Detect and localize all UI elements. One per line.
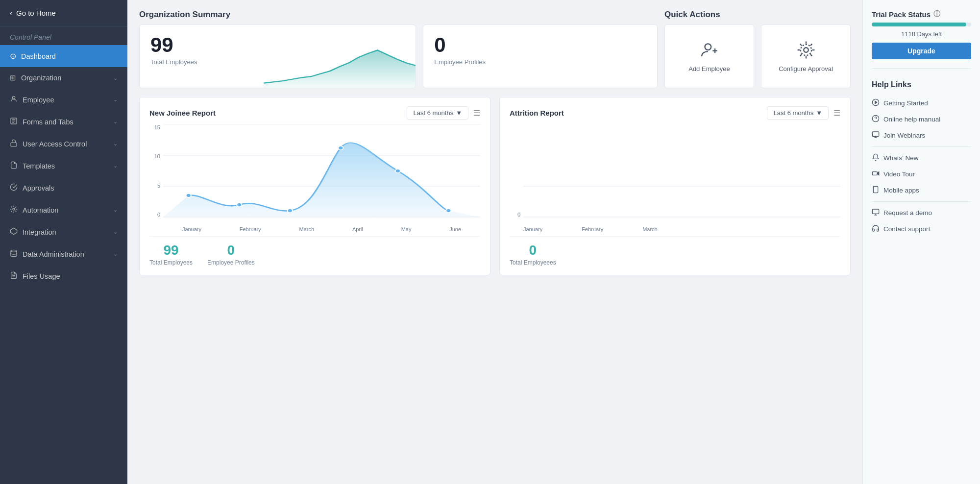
- contact-support-link[interactable]: Contact support: [872, 221, 971, 237]
- sidebar-item-forms-tabs[interactable]: Forms and Tabs ⌄: [0, 111, 127, 133]
- svg-rect-5: [11, 143, 17, 146]
- right-panel: Trial Pack Status ⓘ 1118 Days left Upgra…: [862, 0, 980, 484]
- upgrade-button[interactable]: Upgrade: [872, 43, 971, 59]
- sidebar-item-label: Organization: [21, 74, 61, 82]
- online-help-link[interactable]: Online help manual: [872, 111, 971, 127]
- svg-point-22: [288, 209, 293, 213]
- new-joinee-dropdown[interactable]: Last 6 months ▼: [407, 106, 468, 120]
- whats-new-label: Whats' New: [883, 154, 919, 162]
- trial-progress-bar-fill: [872, 23, 966, 26]
- chevron-down-icon: ⌄: [113, 251, 118, 257]
- trial-days-left: 1118 Days left: [872, 30, 971, 38]
- integration-icon: [10, 227, 18, 237]
- chevron-down-icon: ⌄: [113, 229, 118, 235]
- sidebar-item-label: Forms and Tabs: [23, 118, 74, 126]
- new-joinee-x-labels: JanuaryFebruaryMarchAprilMayJune: [163, 226, 480, 232]
- employee-profiles-card: 0 Employee Profiles: [423, 24, 658, 88]
- sidebar-item-label: Employee: [23, 96, 54, 104]
- sidebar-nav: ⊙ Dashboard ⊞ Organization ⌄ Employee ⌄: [0, 45, 127, 287]
- new-joinee-chart-area: 151050: [149, 124, 480, 232]
- sidebar-item-templates[interactable]: Templates ⌄: [0, 155, 127, 177]
- organization-icon: ⊞: [10, 73, 16, 82]
- main-content: Organization Summary 99 Total Employees: [127, 0, 862, 484]
- dropdown-label: Last 6 months: [413, 109, 453, 117]
- chevron-down-icon: ⌄: [113, 119, 118, 125]
- attrition-dropdown-label: Last 6 months: [773, 109, 813, 117]
- attrition-dropdown[interactable]: Last 6 months ▼: [767, 106, 829, 120]
- sidebar-item-user-access[interactable]: User Access Control ⌄: [0, 133, 127, 155]
- sidebar-item-integration[interactable]: Integration ⌄: [0, 221, 127, 243]
- sidebar-item-data-admin[interactable]: Data Administration ⌄: [0, 243, 127, 265]
- configure-approval-card[interactable]: Configure Approval: [761, 24, 851, 88]
- configure-approval-icon: [797, 41, 815, 61]
- footer-employees-label: Total Employees: [149, 259, 193, 266]
- control-panel-label: Control Panel: [0, 26, 127, 45]
- trial-section: Trial Pack Status ⓘ 1118 Days left Upgra…: [872, 10, 971, 59]
- new-joinee-y-labels: 151050: [149, 124, 160, 218]
- svg-point-20: [186, 194, 191, 197]
- back-arrow-icon: ‹: [10, 9, 12, 17]
- approvals-icon: [10, 183, 18, 193]
- sidebar-item-approvals[interactable]: Approvals: [0, 177, 127, 199]
- attrition-footer: 0 Total Employeees: [510, 236, 840, 266]
- svg-marker-7: [10, 228, 17, 234]
- sidebar-item-label: Integration: [23, 228, 56, 236]
- new-joinee-chart-card: New Joinee Report Last 6 months ▼ ☰ 1510…: [139, 97, 490, 275]
- dropdown-arrow-icon: ▼: [456, 109, 462, 117]
- quick-actions-section: Quick Actions Add Employee: [664, 10, 851, 88]
- footer-profiles-label: Employee Profiles: [207, 259, 255, 266]
- footer-total-employees: 99 Total Employees: [149, 242, 193, 266]
- sidebar-item-automation[interactable]: Automation ⌄: [0, 199, 127, 221]
- new-joinee-title: New Joinee Report: [149, 109, 216, 117]
- trial-progress-bar-bg: [872, 23, 971, 26]
- video-tour-link[interactable]: Video Tour: [872, 166, 971, 182]
- charts-row: New Joinee Report Last 6 months ▼ ☰ 1510…: [139, 97, 851, 275]
- smartphone-icon: [872, 186, 880, 195]
- sidebar-item-label: Approvals: [23, 184, 54, 192]
- attrition-title: Attrition Report: [510, 109, 564, 117]
- info-icon[interactable]: ⓘ: [933, 10, 940, 19]
- footer-employee-profiles: 0 Employee Profiles: [207, 242, 255, 266]
- quick-action-cards: Add Employee Configure Approval: [664, 24, 851, 88]
- sidebar-item-dashboard[interactable]: ⊙ Dashboard: [0, 45, 127, 67]
- chevron-down-icon: ⌄: [113, 141, 118, 147]
- new-joinee-svg-container: [163, 124, 480, 218]
- attrition-menu-icon[interactable]: ☰: [833, 108, 840, 118]
- dashboard-icon: ⊙: [10, 51, 16, 61]
- sidebar-item-label: Automation: [23, 206, 58, 214]
- svg-rect-32: [872, 132, 879, 136]
- data-admin-icon: [10, 249, 18, 259]
- getting-started-link[interactable]: Getting Started: [872, 95, 971, 111]
- contact-support-label: Contact support: [883, 225, 930, 233]
- attrition-label: Total Employeees: [510, 259, 556, 266]
- sidebar-item-label: Templates: [23, 162, 55, 170]
- templates-icon: [10, 161, 18, 170]
- sidebar-item-label: Files Usage: [23, 272, 60, 280]
- request-demo-label: Request a demo: [883, 209, 932, 217]
- online-help-label: Online help manual: [883, 116, 940, 123]
- svg-point-0: [12, 97, 15, 99]
- total-employees-card: 99 Total Employees: [139, 24, 416, 88]
- sidebar-item-organization[interactable]: ⊞ Organization ⌄: [0, 67, 127, 89]
- mobile-apps-link[interactable]: Mobile apps: [872, 182, 971, 198]
- svg-point-15: [800, 44, 811, 55]
- mobile-apps-label: Mobile apps: [883, 187, 919, 194]
- join-webinars-link[interactable]: Join Webinars: [872, 127, 971, 144]
- org-summary-title: Organization Summary: [139, 10, 658, 20]
- new-joinee-menu-icon[interactable]: ☰: [473, 108, 480, 118]
- help-section: Help Links Getting Started Online help m…: [872, 80, 971, 237]
- svg-point-8: [11, 250, 17, 252]
- help-title: Help Links: [872, 80, 971, 89]
- sidebar-item-employee[interactable]: Employee ⌄: [0, 89, 127, 111]
- whats-new-link[interactable]: Whats' New: [872, 150, 971, 166]
- svg-point-23: [338, 146, 343, 150]
- sidebar-item-files-usage[interactable]: Files Usage: [0, 265, 127, 287]
- add-employee-card[interactable]: Add Employee: [664, 24, 754, 88]
- bell-icon: [872, 153, 880, 163]
- go-home-button[interactable]: ‹ Go to Home: [0, 0, 127, 26]
- new-joinee-footer: 99 Total Employees 0 Employee Profiles: [149, 236, 480, 266]
- request-demo-link[interactable]: Request a demo: [872, 205, 971, 221]
- footer-profiles-count: 0: [207, 242, 255, 258]
- attrition-svg-container: [523, 124, 840, 218]
- headphone-icon: [872, 224, 880, 234]
